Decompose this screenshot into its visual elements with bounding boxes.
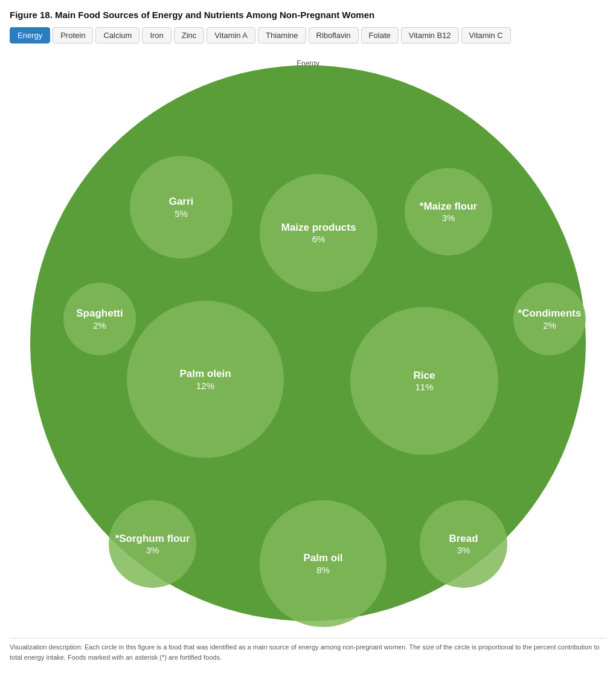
bubble-name: Maize products: [281, 222, 356, 234]
tab-iron[interactable]: Iron: [142, 27, 171, 43]
bubble-palm-oil: Palm oil8%: [260, 500, 387, 627]
outer-bubble: Palm olein12%Rice11%Maize products6%Palm…: [30, 65, 586, 621]
bubble-pct: 11%: [415, 382, 433, 392]
tab-energy[interactable]: Energy: [10, 27, 50, 43]
bubble-name: Rice: [414, 370, 435, 382]
bubble-name: Garri: [169, 196, 194, 208]
bubble-pct: 3%: [442, 213, 455, 223]
bubble-name: *Condiments: [518, 307, 582, 320]
bubble-maize-products: Maize products6%: [260, 174, 377, 292]
bubble-name: Palm olein: [179, 368, 231, 380]
tab-riboflavin[interactable]: Riboflavin: [309, 27, 359, 43]
bubble-pct: 12%: [196, 381, 214, 391]
bubble--sorghum-flour: *Sorghum flour3%: [109, 500, 196, 588]
bubble-name: *Maize flour: [420, 201, 477, 213]
bubble-name: Bread: [449, 533, 478, 545]
bubble-pct: 3%: [457, 545, 470, 555]
footnote: Visualization description: Each circle i…: [10, 638, 606, 662]
tab-zinc[interactable]: Zinc: [174, 27, 205, 43]
bubble-rice: Rice11%: [350, 307, 498, 455]
tab-vitamin-b12[interactable]: Vitamin B12: [401, 27, 459, 43]
bubble--maize-flour: *Maize flour3%: [405, 168, 492, 256]
bubble--condiments: *Condiments2%: [513, 283, 586, 355]
tab-vitamin-a[interactable]: Vitamin A: [207, 27, 255, 43]
bubble-pct: 6%: [312, 234, 326, 244]
bubble-name: Spaghetti: [76, 307, 123, 320]
bubble-garri: Garri5%: [130, 156, 233, 259]
bubble-pct: 3%: [146, 545, 159, 555]
tab-protein[interactable]: Protein: [53, 27, 93, 43]
bubble-pct: 8%: [316, 565, 330, 575]
bubble-pct: 5%: [175, 208, 188, 219]
chart-area: Energy Palm olein12%Rice11%Maize product…: [18, 53, 598, 633]
bubble-palm-olein: Palm olein12%: [127, 301, 284, 458]
bubble-pct: 2%: [93, 320, 106, 330]
tab-vitamin-c[interactable]: Vitamin C: [461, 27, 511, 43]
bubble-spaghetti: Spaghetti2%: [63, 283, 136, 355]
tab-bar: EnergyProteinCalciumIronZincVitamin AThi…: [10, 27, 606, 43]
bubble-name: *Sorghum flour: [115, 533, 190, 545]
tab-calcium[interactable]: Calcium: [95, 27, 140, 43]
tab-thiamine[interactable]: Thiamine: [258, 27, 306, 43]
bubble-name: Palm oil: [303, 552, 342, 564]
bubble-bread: Bread3%: [420, 500, 507, 588]
bubble-pct: 2%: [543, 320, 556, 330]
tab-folate[interactable]: Folate: [361, 27, 399, 43]
chart-title: Figure 18. Main Food Sources of Energy a…: [10, 10, 606, 20]
